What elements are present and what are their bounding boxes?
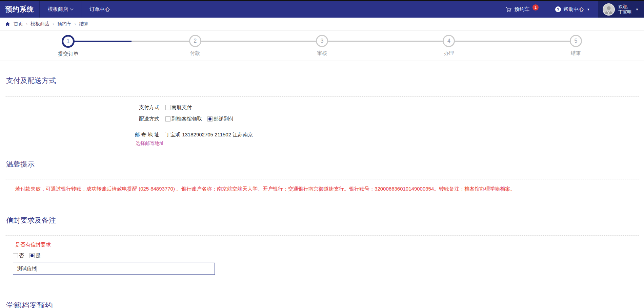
tips-section-title: 温馨提示: [6, 159, 35, 169]
option-yes-envelope[interactable]: 是: [29, 252, 41, 259]
envelope-note-field: [13, 263, 215, 275]
step-circle: 1: [62, 35, 75, 48]
step-label: 结束: [571, 50, 581, 57]
progress-line: [512, 41, 576, 42]
step-circle: 2: [189, 35, 201, 47]
nav-template-store-label: 模板商店: [48, 6, 68, 13]
step-submit-order: 1 提交订单: [5, 35, 132, 57]
breadcrumb-template-store[interactable]: 模板商店: [31, 21, 49, 27]
cart-label: 预约车: [514, 6, 529, 13]
tips-section-header: 温馨提示: [5, 147, 639, 179]
envelope-section: 信封要求及备注 是否有信封要求 否 是: [0, 193, 644, 275]
choose-address-link[interactable]: 选择邮寄地址: [136, 140, 164, 146]
caret-down-icon: ▼: [636, 8, 639, 11]
envelope-note-input[interactable]: [13, 263, 215, 275]
progress-line: [132, 41, 195, 42]
user-name: 丁宝明: [618, 9, 631, 15]
step-circle: 3: [316, 35, 328, 47]
shipping-method-label: 配送方式: [0, 116, 159, 122]
text-cursor: [37, 266, 37, 272]
app-brand[interactable]: 预约系统: [0, 1, 39, 18]
mailing-address-row: 邮 寄 地 址 丁宝明 13182902705 211502 江苏南京: [0, 132, 644, 138]
option-nuaa-pay[interactable]: 南航支付: [165, 104, 192, 111]
nav-template-store[interactable]: 模板商店: [39, 1, 81, 18]
mailing-address-label: 邮 寄 地 址: [0, 132, 159, 138]
step-circle: 4: [443, 35, 455, 47]
shipping-method-row: 配送方式 到档案馆领取 邮递到付: [0, 116, 644, 122]
help-center-button[interactable]: ? 帮助中心 ▼: [547, 1, 598, 18]
breadcrumb-separator: ›: [75, 21, 76, 26]
chevron-down-icon: [70, 7, 74, 10]
checkbox-mail-cod[interactable]: [207, 116, 213, 122]
step-label: 提交订单: [58, 51, 78, 57]
envelope-section-title: 信封要求及备注: [6, 216, 56, 225]
help-icon: ?: [555, 6, 561, 12]
payment-section-header: 支付及配送方式: [5, 61, 639, 97]
mailing-address-value: 丁宝明 13182902705 211502 江苏南京: [165, 132, 253, 138]
checkout-progress-stepper: 1 提交订单 2 付款 3 审核 4 办理 5 结束: [0, 30, 644, 61]
option-mail-cod[interactable]: 邮递到付: [207, 116, 234, 122]
option-label: 否: [19, 252, 24, 259]
avatar: [603, 3, 615, 16]
user-menu[interactable]: 欢迎, 丁宝明 ▼: [598, 1, 644, 18]
home-icon[interactable]: [5, 21, 11, 27]
breadcrumb-home[interactable]: 首页: [14, 21, 23, 27]
nav-order-center[interactable]: 订单中心: [81, 1, 118, 18]
order-section-header: 学籍档案预约 »本科 小计: 2 元: [5, 275, 639, 308]
option-archive-pickup[interactable]: 到档案馆领取: [165, 116, 202, 122]
option-no-envelope[interactable]: 否: [13, 252, 24, 259]
user-greeting: 欢迎,: [618, 4, 631, 9]
cart-count-badge: 1: [532, 4, 539, 10]
step-label: 办理: [444, 50, 454, 57]
envelope-question: 是否有信封要求: [15, 242, 644, 248]
payment-method-row: 支付方式 南航支付: [0, 104, 644, 111]
breadcrumb-cart[interactable]: 预约车: [57, 21, 72, 27]
step-label: 审核: [317, 50, 327, 57]
option-label: 到档案馆领取: [172, 116, 202, 122]
checkbox-yes-envelope[interactable]: [29, 253, 35, 258]
progress-line: [449, 41, 512, 42]
progress-line: [322, 41, 385, 42]
breadcrumb-separator: ›: [26, 21, 27, 26]
person-icon: [603, 4, 614, 15]
breadcrumb-separator: ›: [53, 21, 54, 26]
caret-down-icon: ▼: [587, 8, 590, 11]
envelope-section-header: 信封要求及备注: [5, 193, 639, 236]
bank-transfer-warning-text: 若付款失败，可通过银行转账，成功转账后请致电提醒 (025-84893770) …: [15, 185, 639, 193]
option-label: 邮递到付: [214, 116, 234, 122]
progress-line: [68, 41, 132, 42]
top-navbar: 预约系统 模板商店 订单中心 预约车 1 ? 帮助中心 ▼: [0, 1, 644, 18]
checkbox-nuaa-pay[interactable]: [165, 105, 170, 110]
nav-order-center-label: 订单中心: [89, 6, 110, 13]
checkbox-no-envelope[interactable]: [13, 253, 18, 258]
option-label: 南航支付: [172, 104, 192, 111]
order-section-title: 学籍档案预约: [6, 301, 53, 308]
archive-order-section: 学籍档案预约 »本科 小计: 2 元 模板名称 单价 份数: [0, 275, 644, 308]
progress-line: [259, 41, 322, 42]
tips-section: 温馨提示 若付款失败，可通过银行转账，成功转账后请致电提醒 (025-84893…: [0, 147, 644, 193]
user-greeting-block: 欢迎, 丁宝明: [618, 4, 631, 15]
progress-line: [385, 41, 449, 42]
envelope-options: 否 是: [13, 252, 644, 259]
address-link-row: 选择邮寄地址: [0, 140, 164, 147]
progress-line: [195, 41, 259, 42]
cart-button[interactable]: 预约车 1: [497, 1, 547, 18]
payment-shipping-section: 支付及配送方式 支付方式 南航支付 配送方式 到档案馆领取 邮递到付 邮 寄 地…: [0, 61, 644, 147]
payment-section-title: 支付及配送方式: [6, 76, 56, 85]
step-label: 付款: [190, 50, 200, 57]
step-finish: 5 结束: [512, 35, 639, 57]
help-label: 帮助中心: [563, 6, 584, 13]
breadcrumb-checkout: 结算: [79, 21, 88, 27]
step-process: 4 办理: [385, 35, 512, 57]
step-payment: 2 付款: [132, 35, 258, 57]
step-circle: 5: [570, 35, 582, 47]
breadcrumb: 首页 › 模板商店 › 预约车 › 结算: [0, 18, 644, 30]
step-review: 3 审核: [259, 35, 385, 57]
navbar-right: 预约车 1 ? 帮助中心 ▼ 欢迎, 丁宝明 ▼: [497, 1, 644, 18]
payment-method-label: 支付方式: [0, 104, 159, 111]
checkbox-archive-pickup[interactable]: [165, 116, 170, 122]
option-label: 是: [36, 252, 41, 259]
cart-icon: [505, 6, 512, 13]
